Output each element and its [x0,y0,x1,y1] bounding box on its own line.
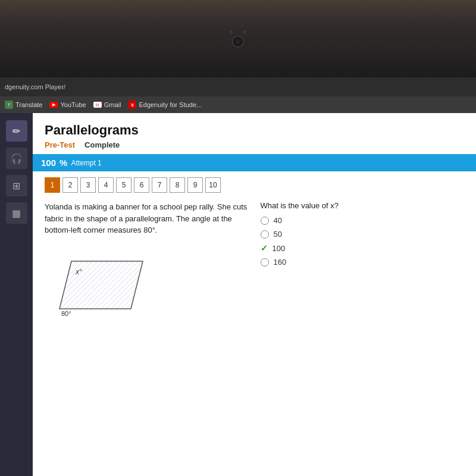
screen: dgenuity.com Player/ T Translate ▶ YouTu… [0,77,476,476]
q-btn-7[interactable]: 7 [152,177,167,193]
svg-text:x°: x° [75,268,82,276]
youtube-icon: ▶ [49,102,58,108]
sidebar-calculator-icon[interactable]: ⊞ [6,175,27,196]
radio-40[interactable] [261,217,269,225]
q-btn-6[interactable]: 6 [134,177,149,193]
edgenuity-icon: X [128,101,136,109]
laptop-bezel [0,0,476,77]
q-btn-4[interactable]: 4 [98,177,114,193]
choice-label-160: 160 [274,258,287,267]
page-header: Parallelograms Pre-Test Complete [33,113,476,149]
radio-50[interactable] [261,230,269,239]
bookmark-gmail[interactable]: M Gmail [93,101,121,108]
indicator-dot-left [230,30,233,33]
q-btn-10[interactable]: 10 [205,177,221,193]
bookmark-translate-label: Translate [15,101,42,108]
browser-bar: dgenuity.com Player/ [0,77,476,96]
radio-160[interactable] [261,258,269,267]
bookmark-edgenuity[interactable]: X Edgenuity for Stude... [128,101,202,109]
score-symbol: % [60,158,67,168]
score-bar: 100% Attempt 1 [33,154,476,171]
browser-url: dgenuity.com Player/ [5,83,65,90]
bookmark-edgenuity-label: Edgenuity for Stude... [139,101,202,108]
question-text: Yolanda is making a banner for a school … [45,201,249,236]
bookmark-gmail-label: Gmail [104,101,121,108]
answer-area: What is the value of x? 40 50 ✓ 100 [261,201,465,321]
attempt-label: Attempt 1 [71,159,101,167]
answer-question: What is the value of x? [261,201,465,210]
translate-icon: T [5,101,13,109]
checkmark-icon: ✓ [261,243,268,253]
choice-label-40: 40 [274,216,282,225]
sidebar-pencil-icon[interactable]: ✏ [6,120,27,142]
parallelogram-svg: x° 80° [45,243,152,321]
choice-label-100: 100 [273,244,286,253]
q-btn-8[interactable]: 8 [170,177,185,193]
page-title: Parallelograms [45,123,464,138]
camera-area [230,30,246,48]
bookmark-youtube-label: YouTube [60,101,86,108]
bookmark-translate[interactable]: T Translate [5,101,42,109]
svg-marker-1 [60,261,143,309]
question-nav: 1 2 3 4 5 6 7 8 9 10 [33,177,476,193]
question-text-area: Yolanda is making a banner for a school … [45,201,249,321]
page-subtitle: Pre-Test Complete [45,140,464,149]
svg-text:80°: 80° [61,310,71,317]
answer-choice-100[interactable]: ✓ 100 [261,243,465,253]
camera-indicators [230,30,246,33]
q-btn-5[interactable]: 5 [116,177,131,193]
score-value: 100 [41,158,56,168]
q-btn-9[interactable]: 9 [187,177,203,193]
main-page: Parallelograms Pre-Test Complete 100% At… [33,113,476,476]
content-area: ✏ 🎧 ⊞ ▦ Parallelograms Pre-Test Complete… [0,113,476,476]
choice-label-50: 50 [274,230,282,239]
answer-choice-160[interactable]: 160 [261,258,465,267]
bookmark-youtube[interactable]: ▶ YouTube [49,101,86,108]
camera-lens [232,36,244,48]
sidebar-headphones-icon[interactable]: 🎧 [6,148,27,169]
subtitle-complete: Complete [84,140,120,149]
sidebar-grid-icon[interactable]: ▦ [6,202,27,224]
q-btn-3[interactable]: 3 [80,177,96,193]
diagram: x° 80° [45,243,152,321]
sidebar: ✏ 🎧 ⊞ ▦ [0,113,33,476]
answer-choice-50[interactable]: 50 [261,230,465,239]
subtitle-pretest: Pre-Test [45,140,75,149]
bookmarks-bar: T Translate ▶ YouTube M Gmail X Edgenuit… [0,96,476,113]
q-btn-1[interactable]: 1 [45,177,60,193]
gmail-icon: M [93,102,102,108]
answer-choice-40[interactable]: 40 [261,216,465,225]
indicator-dot-right [243,30,246,33]
q-btn-2[interactable]: 2 [62,177,78,193]
question-body: Yolanda is making a banner for a school … [33,201,476,321]
